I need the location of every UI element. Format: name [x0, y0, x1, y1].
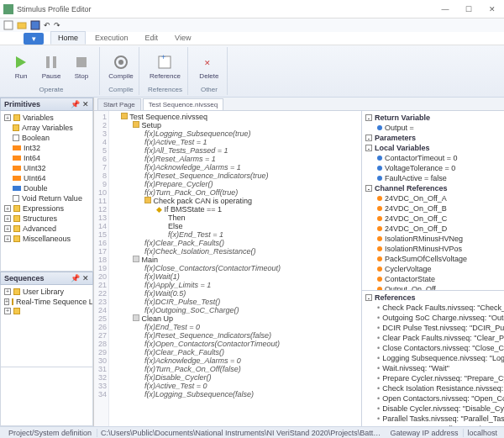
stop-button[interactable]: Stop	[69, 54, 94, 80]
code-line[interactable]: f(x)Outgoing_SoC_Charge()	[113, 306, 358, 314]
code-line[interactable]: f(x)Wait(0.5)	[113, 289, 358, 298]
ref-item[interactable]: •Close Contactors.nivsseq: "Close_Contac…	[365, 343, 501, 353]
code-line[interactable]: f(x)Close_Contactors(ContactorTimeout)	[113, 264, 358, 272]
section-header[interactable]: - Parameters	[365, 133, 501, 143]
tree-node[interactable]: +Advanced	[3, 224, 91, 234]
tree-node[interactable]: Int64	[3, 153, 91, 163]
code-line[interactable]: f(x)Wait(1)	[113, 272, 358, 281]
tree-node[interactable]: Double	[3, 183, 91, 193]
tree-node[interactable]: +User Library	[3, 287, 91, 297]
close-button[interactable]: ✕	[484, 3, 501, 16]
tree-node[interactable]: +Variables	[3, 113, 91, 123]
var-item[interactable]: 24VDC_On_Off_D	[365, 224, 501, 234]
variables-panel[interactable]: - Return VariableOutput = - Parameters- …	[362, 111, 504, 291]
compile-button[interactable]: Compile	[108, 54, 134, 80]
new-icon[interactable]	[3, 20, 13, 30]
tree-node[interactable]: UInt32	[3, 163, 91, 173]
var-item[interactable]: IsolationRMinusHVPos	[365, 244, 501, 254]
code-line[interactable]: f(x)Reset_Sequence_Indicators(true)	[113, 172, 358, 180]
run-button[interactable]: Run	[8, 54, 34, 80]
save-icon[interactable]	[30, 20, 40, 30]
tree-node[interactable]: Int32	[3, 143, 91, 153]
var-item[interactable]: CyclerVoltage	[365, 264, 501, 274]
code-line[interactable]: f(x)Acknowledge_Alarms = 1	[113, 163, 358, 172]
tab-view[interactable]: View	[167, 31, 198, 45]
var-item[interactable]: 24VDC_On_Off_C	[365, 214, 501, 224]
code-line[interactable]: f(x)Disable_Cycler()	[113, 373, 358, 382]
tree-node[interactable]: +Miscellaneous	[3, 234, 91, 244]
primitives-tree[interactable]: +VariablesArray VariablesBooleanInt32Int…	[0, 111, 93, 272]
code-line[interactable]: f(x)All_Tests_Passed = 1	[113, 146, 358, 155]
ref-item[interactable]: •Wait.nivsseq: "Wait"	[365, 363, 501, 373]
ref-item[interactable]: •Open Contactors.nivsseq: "Open_Contacto…	[365, 393, 501, 404]
code-line[interactable]: f(x)Logging_Subsequence(true)	[113, 129, 358, 138]
var-item[interactable]: 24VDC_On_Off_A	[365, 193, 501, 203]
maximize-button[interactable]: ☐	[460, 3, 477, 16]
tree-node[interactable]: Boolean	[3, 133, 91, 143]
section-header[interactable]: - Return Variable	[365, 113, 501, 123]
redo-icon[interactable]: ↷	[54, 21, 60, 29]
code-line[interactable]: f(x)DCIR_Pulse_Test()	[113, 298, 358, 306]
references-panel[interactable]: - References•Check Pack Faults.nivsseq: …	[362, 291, 504, 426]
code-line[interactable]: f(x)Check_Isolation_Resistance()	[113, 247, 358, 256]
code-line[interactable]: Clean Up	[113, 314, 358, 323]
minimize-button[interactable]: —	[437, 3, 454, 16]
pause-button[interactable]: Pause	[39, 54, 64, 80]
ref-item[interactable]: •Parallel Tasks.nivsseq: "Parallel_Tasks…	[365, 414, 501, 424]
var-item[interactable]: IsolationRMinusHVNeg	[365, 234, 501, 244]
tree-node[interactable]: +Structures	[3, 214, 91, 224]
code-line[interactable]: f(x)Apply_Limits = 1	[113, 281, 358, 289]
code-line[interactable]: Setup	[113, 121, 358, 129]
open-icon[interactable]	[17, 20, 27, 30]
code-line[interactable]: f(x)Active_Test = 0	[113, 382, 358, 390]
code-line[interactable]: f(x)Turn_Pack_On_Off(false)	[113, 365, 358, 373]
status-project[interactable]: Project/System definition	[3, 429, 97, 437]
ref-item[interactable]: •Disable Cycler.nivsseq: "Disable_Cycler…	[365, 404, 501, 414]
ref-item[interactable]: •Prepare Cycler.nivsseq: "Prepare_Cycler…	[365, 373, 501, 383]
tab-edit[interactable]: Edit	[138, 31, 166, 45]
var-item[interactable]: PackSumOfCellsVoltage	[365, 254, 501, 264]
ref-item[interactable]: •Logging Subsequence.nivsseq: "Logging_S…	[365, 353, 501, 363]
var-item[interactable]: ContactorTimeout = 0	[365, 153, 501, 163]
code-line[interactable]: f(x)Acknowledge_Alarms = 0	[113, 356, 358, 365]
sequences-tree[interactable]: +User Library+Real-Time Sequence Library…	[0, 285, 93, 367]
sequence-editor[interactable]: Test Sequence.nivsseq Setup f(x)Logging_…	[109, 111, 361, 426]
pin-icon[interactable]: 📌	[71, 100, 79, 108]
code-line[interactable]: f(x)End_Test = 0	[113, 323, 358, 331]
code-line[interactable]: f(x)Prepare_Cycler()	[113, 180, 358, 188]
tab-home[interactable]: Home	[50, 31, 86, 45]
code-line[interactable]: f(x)End_Test = 1	[113, 230, 358, 239]
code-line[interactable]: Check pack CAN is operating	[113, 197, 358, 205]
code-line[interactable]: f(x)Clear_Pack_Faults()	[113, 348, 358, 356]
pin-icon[interactable]: 📌	[71, 274, 79, 282]
ref-item[interactable]: •DCIR Pulse Test.nivsseq: "DCIR_Pulse_Te…	[365, 323, 501, 333]
tree-node[interactable]: +Real-Time Sequence Library	[3, 297, 91, 307]
var-item[interactable]: FaultActive = false	[365, 173, 501, 183]
close-panel-icon[interactable]: ✕	[82, 274, 89, 282]
var-item[interactable]: Output_On_Off	[365, 284, 501, 291]
tree-node[interactable]: Void Return Value	[3, 193, 91, 203]
ref-item[interactable]: •Check Pack Faults.nivsseq: "Check_Pack_…	[365, 303, 501, 313]
code-line[interactable]: f(x)Reset_Sequence_Indicators(false)	[113, 331, 358, 340]
code-line[interactable]: Then	[113, 214, 358, 222]
tree-node[interactable]: Array Variables	[3, 123, 91, 133]
tree-node[interactable]: UInt64	[3, 173, 91, 183]
section-header[interactable]: - References	[365, 293, 501, 303]
primitives-header[interactable]: Primitives 📌 ✕	[0, 98, 93, 111]
tree-node[interactable]: +	[3, 307, 91, 315]
tree-node[interactable]: +Expressions	[3, 203, 91, 214]
reference-button[interactable]: + Reference	[150, 54, 181, 80]
ref-item[interactable]: •Check Isolation Resistance.nivsseq: "Ch…	[365, 383, 501, 393]
code-line[interactable]: f(x)Active_Test = 1	[113, 138, 358, 146]
sequences-header[interactable]: Sequences 📌 ✕	[0, 272, 93, 285]
ref-item[interactable]: •Outgoing SoC Charge.nivsseq: "Outgoing_…	[365, 313, 501, 323]
section-header[interactable]: - Local Variables	[365, 143, 501, 153]
var-item[interactable]: Output =	[365, 123, 501, 133]
close-panel-icon[interactable]: ✕	[82, 100, 89, 108]
code-line[interactable]: f(x)Logging_Subsequence(false)	[113, 390, 358, 398]
ref-item[interactable]: •Clear Pack Faults.nivsseq: "Clear_Pack_…	[365, 333, 501, 343]
section-header[interactable]: - Channel References	[365, 183, 501, 193]
code-line[interactable]: f(x)Turn_Pack_On_Off(true)	[113, 188, 358, 197]
doctab-sequence[interactable]: Test Sequence.nivsseq	[143, 98, 223, 110]
code-line[interactable]: Test Sequence.nivsseq	[113, 113, 358, 121]
